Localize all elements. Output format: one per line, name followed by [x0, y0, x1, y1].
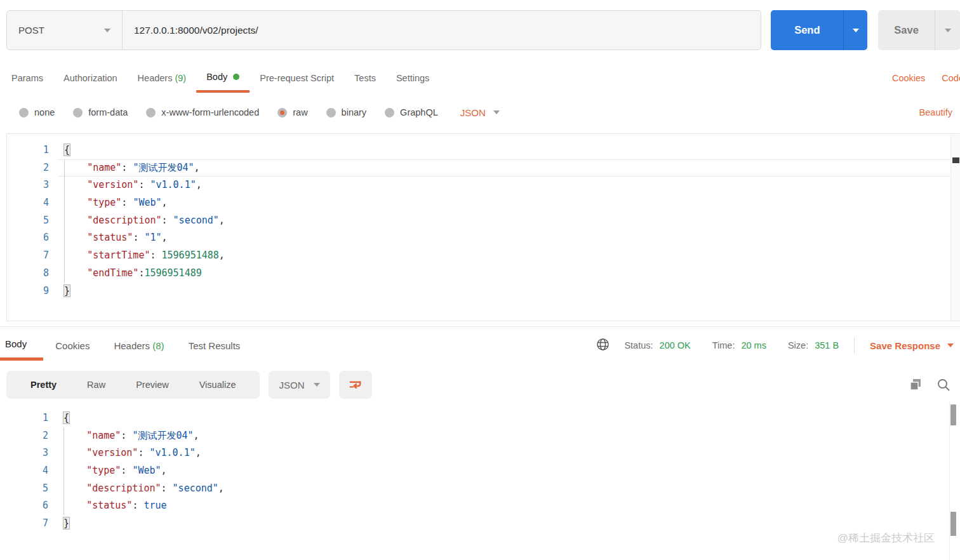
response-toolbar: Pretty Raw Preview Visualize JSON — [6, 370, 960, 399]
watermark: @稀土掘金技术社区 — [837, 531, 935, 545]
radio-selected-icon — [277, 108, 287, 117]
request-tab-links: Cookies Code — [892, 63, 960, 93]
line-number: 6 — [7, 229, 58, 247]
response-tab-test-results[interactable]: Test Results — [177, 330, 253, 361]
size-value: 351 B — [815, 340, 839, 350]
request-editor-scrollbar[interactable] — [950, 134, 960, 321]
save-button[interactable]: Save — [878, 10, 960, 50]
line-number: 7 — [6, 515, 57, 533]
code-text: "version": "v1.0.1", — [58, 177, 960, 194]
scrollbar-thumb[interactable] — [952, 157, 959, 163]
radio-icon — [385, 108, 394, 117]
response-tab-cookies[interactable]: Cookies — [43, 330, 102, 361]
response-body-viewer[interactable]: 1{2 "name": "测试开发04",3 "version": "v1.0.… — [6, 408, 960, 560]
chevron-down-icon — [493, 110, 500, 114]
body-type-binary[interactable]: binary — [326, 107, 367, 117]
body-type-raw[interactable]: raw — [277, 107, 307, 117]
indent-guide — [63, 427, 64, 516]
response-language-select[interactable]: JSON — [269, 371, 330, 399]
scrollbar-thumb[interactable] — [950, 404, 956, 425]
body-type-none[interactable]: none — [19, 107, 55, 117]
code-line: 7 "startTime": 1596951488, — [7, 247, 960, 265]
tab-tests[interactable]: Tests — [344, 63, 386, 93]
response-tab-headers[interactable]: Headers (8) — [102, 330, 176, 361]
tab-authorization[interactable]: Authorization — [53, 63, 128, 93]
wrap-lines-button[interactable] — [339, 371, 372, 399]
line-number: 4 — [6, 462, 57, 480]
tab-pre-request-script[interactable]: Pre-request Script — [250, 63, 344, 93]
code-line: 9} — [7, 283, 960, 300]
code-link[interactable]: Code — [942, 73, 960, 83]
copy-icon[interactable] — [908, 377, 923, 392]
tab-params[interactable]: Params — [1, 63, 53, 93]
send-dropdown-button[interactable] — [843, 10, 867, 50]
save-response-button[interactable]: Save Response — [870, 340, 954, 351]
line-number: 1 — [6, 410, 57, 427]
url-input[interactable]: 127.0.0.1:8000/v02/projects/ — [123, 25, 270, 36]
line-number: 2 — [7, 159, 58, 177]
scrollbar-thumb[interactable] — [950, 512, 956, 536]
code-line: 1{ — [7, 142, 960, 159]
section-divider — [0, 326, 960, 327]
tab-body[interactable]: Body — [196, 63, 250, 93]
chevron-down-icon — [947, 343, 954, 347]
cookies-link[interactable]: Cookies — [892, 73, 925, 83]
response-headers-count: (8) — [152, 340, 164, 351]
radio-icon — [326, 108, 336, 117]
code-text: } — [57, 515, 960, 533]
send-button[interactable]: Send — [771, 10, 867, 50]
tab-headers[interactable]: Headers (9) — [128, 63, 197, 93]
divider — [854, 337, 855, 354]
request-body-editor[interactable]: 1{2 "name": "测试开发04",3 "version": "v1.0.… — [6, 133, 960, 321]
response-tab-body[interactable]: Body — [0, 330, 43, 361]
code-line: 3 "version": "v1.0.1", — [6, 444, 960, 462]
body-type-row: none form-data x-www-form-urlencoded raw… — [0, 99, 960, 126]
response-status-bar: Status: 200 OK Time: 20 ms Size: 351 B S… — [596, 330, 960, 361]
code-text: } — [58, 283, 960, 300]
radio-icon — [146, 108, 156, 117]
code-text: "status": true — [57, 497, 960, 515]
body-type-graphql[interactable]: GraphQL — [385, 107, 438, 117]
line-number: 3 — [6, 444, 57, 462]
send-button-label: Send — [771, 24, 843, 36]
response-action-icons — [908, 377, 951, 392]
network-globe-icon[interactable] — [596, 337, 610, 354]
method-select[interactable]: POST — [7, 11, 123, 50]
line-number: 9 — [7, 283, 58, 300]
save-dropdown-button[interactable] — [935, 10, 960, 50]
line-number: 4 — [7, 194, 58, 212]
beautify-link[interactable]: Beautify — [919, 107, 952, 117]
wrap-lines-icon — [348, 378, 363, 392]
code-text: "name": "测试开发04", — [58, 159, 960, 177]
size-label: Size: — [788, 340, 808, 350]
response-view-switcher: Pretty Raw Preview Visualize — [6, 371, 260, 399]
view-raw[interactable]: Raw — [72, 380, 121, 390]
radio-icon — [19, 108, 29, 117]
tab-settings[interactable]: Settings — [386, 63, 439, 93]
chevron-down-icon — [945, 29, 951, 32]
chevron-down-icon — [314, 383, 320, 387]
radio-icon — [73, 108, 83, 117]
code-text: "status": "1", — [58, 229, 960, 247]
line-number: 8 — [7, 265, 58, 283]
view-visualize[interactable]: Visualize — [184, 380, 251, 390]
headers-count: (9) — [175, 73, 186, 83]
chevron-down-icon — [104, 29, 110, 32]
time-label: Time: — [712, 340, 735, 350]
view-pretty[interactable]: Pretty — [15, 380, 72, 390]
body-type-x-www-form-urlencoded[interactable]: x-www-form-urlencoded — [146, 107, 259, 117]
search-icon[interactable] — [936, 377, 951, 392]
save-button-label: Save — [878, 24, 935, 36]
code-line: 2 "name": "测试开发04", — [7, 159, 960, 177]
raw-language-select[interactable]: JSON — [460, 107, 500, 118]
line-number: 1 — [7, 142, 58, 159]
code-line: 6 "status": "1", — [7, 229, 960, 247]
response-tabs-row: Body Cookies Headers (8) Test Results St… — [0, 330, 960, 361]
code-text: "description": "second", — [58, 212, 960, 230]
status-label: Status: — [624, 340, 653, 350]
code-text: "endTime":1596951489 — [58, 265, 960, 283]
body-type-form-data[interactable]: form-data — [73, 107, 128, 117]
view-preview[interactable]: Preview — [121, 380, 184, 390]
request-url-row: POST 127.0.0.1:8000/v02/projects/ Send S… — [6, 10, 960, 50]
method-label: POST — [18, 25, 104, 36]
